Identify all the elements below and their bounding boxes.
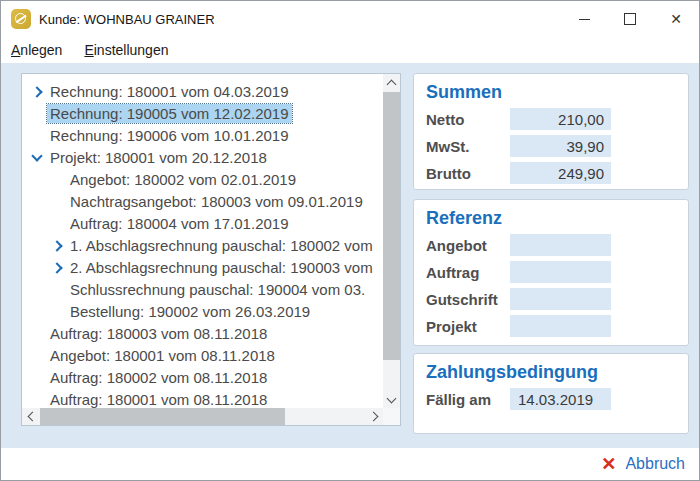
tree-item[interactable]: Bestellung: 190002 vom 26.03.2019 xyxy=(22,301,383,323)
close-button[interactable]: ✕ xyxy=(653,1,699,37)
tree-item[interactable]: Auftrag: 180004 vom 17.01.2019 xyxy=(22,213,383,235)
angebot-label: Angebot xyxy=(426,237,510,254)
auftrag-label: Auftrag xyxy=(426,264,510,281)
vertical-scrollbar-thumb[interactable] xyxy=(383,92,400,360)
summen-title: Summen xyxy=(426,82,688,103)
maximize-button[interactable] xyxy=(607,1,653,37)
chevron-down-icon[interactable] xyxy=(31,150,42,161)
faellig-am-label: Fällig am xyxy=(426,391,510,408)
zahlungsbedingung-title: Zahlungsbedingung xyxy=(426,362,688,383)
app-logo-icon xyxy=(11,9,31,29)
netto-label: Netto xyxy=(426,111,510,128)
auftrag-row: Auftrag xyxy=(426,261,676,283)
brutto-field: 249,90 xyxy=(510,162,611,184)
close-icon: ✕ xyxy=(670,12,682,26)
auftrag-field xyxy=(510,261,611,283)
summen-panel: Summen Netto 210,00 MwSt. 39,90 Brutto 2… xyxy=(413,73,689,190)
scroll-up-button[interactable] xyxy=(383,74,400,91)
tree-item[interactable]: Nachtragsangebot: 180003 vom 09.01.2019 xyxy=(22,191,383,213)
projekt-row: Projekt xyxy=(426,315,676,337)
tree-item[interactable]: Projekt: 180001 vom 20.12.2018 xyxy=(22,147,383,169)
tree-item[interactable]: Auftrag: 180001 vom 08.11.2018 xyxy=(22,389,383,408)
angebot-row: Angebot xyxy=(426,234,676,256)
window-title: Kunde: WOHNBAU GRAINER xyxy=(39,12,215,27)
abbruch-button[interactable]: ✕ Abbruch xyxy=(601,455,685,473)
netto-row: Netto 210,00 xyxy=(426,108,676,130)
arrow-up-icon xyxy=(387,79,397,89)
abbruch-label: Abbruch xyxy=(625,455,685,473)
mwst-label: MwSt. xyxy=(426,138,510,155)
tree-item[interactable]: Rechnung: 190006 vom 10.01.2019 xyxy=(22,125,383,147)
mwst-row: MwSt. 39,90 xyxy=(426,135,676,157)
title-bar: Kunde: WOHNBAU GRAINER ✕ xyxy=(1,1,699,37)
gutschrift-row: Gutschrift xyxy=(426,288,676,310)
netto-field: 210,00 xyxy=(510,108,611,130)
referenz-panel: Referenz Angebot Auftrag Gutschrift Proj… xyxy=(413,199,689,346)
tree-item-selected[interactable]: Rechnung: 190005 vom 12.02.2019 xyxy=(22,103,383,125)
kunde-dialog-window: { "window": { "title": "Kunde: WOHNBAU G… xyxy=(0,0,700,481)
gutschrift-field xyxy=(510,288,611,310)
maximize-icon xyxy=(624,13,636,25)
angebot-field xyxy=(510,234,611,256)
brutto-label: Brutto xyxy=(426,165,510,182)
zahlungsbedingung-panel: Zahlungsbedingung Fällig am 14.03.2019 xyxy=(413,353,689,434)
tree-item[interactable]: 1. Abschlagsrechnung pauschal: 180002 vo… xyxy=(22,235,383,257)
scroll-right-button[interactable] xyxy=(366,408,383,425)
arrow-right-icon xyxy=(368,412,378,422)
tree-item[interactable]: Schlussrechnung pauschal: 190004 vom 03. xyxy=(22,279,383,301)
footer-bar: ✕ Abbruch xyxy=(1,448,699,480)
brutto-row: Brutto 249,90 xyxy=(426,162,676,184)
projekt-field xyxy=(510,315,611,337)
cancel-x-icon: ✕ xyxy=(601,455,616,473)
arrow-left-icon xyxy=(27,412,37,422)
referenz-title: Referenz xyxy=(426,208,688,229)
scroll-left-button[interactable] xyxy=(22,408,39,425)
tree-item[interactable]: Angebot: 180002 vom 02.01.2019 xyxy=(22,169,383,191)
tree-item[interactable]: Rechnung: 180001 vom 04.03.2019 xyxy=(22,81,383,103)
menu-item-anlegen[interactable]: Anlegen xyxy=(11,42,62,58)
vertical-scrollbar[interactable] xyxy=(383,74,400,408)
tree-item[interactable]: Angebot: 180001 vom 08.11.2018 xyxy=(22,345,383,367)
window-controls: ✕ xyxy=(561,1,699,37)
menu-item-einstellungen[interactable]: Einstellungen xyxy=(84,42,168,58)
chevron-right-icon[interactable] xyxy=(51,262,62,273)
scroll-down-button[interactable] xyxy=(383,391,400,408)
mwst-field: 39,90 xyxy=(510,135,611,157)
horizontal-scrollbar[interactable] xyxy=(22,408,383,425)
tree-item[interactable]: Auftrag: 180003 vom 08.11.2018 xyxy=(22,323,383,345)
scrollbar-corner xyxy=(383,408,400,425)
arrow-down-icon xyxy=(387,393,397,403)
minimize-button[interactable] xyxy=(561,1,607,37)
tree-item[interactable]: Auftrag: 180002 vom 08.11.2018 xyxy=(22,367,383,389)
chevron-right-icon[interactable] xyxy=(31,86,42,97)
faellig-am-row: Fällig am 14.03.2019 xyxy=(426,388,676,410)
horizontal-scrollbar-thumb[interactable] xyxy=(40,408,285,425)
document-tree-panel: Rechnung: 180001 vom 04.03.2019 Rechnung… xyxy=(21,73,401,426)
tree-item[interactable]: 2. Abschlagsrechnung pauschal: 190003 vo… xyxy=(22,257,383,279)
menu-bar: Anlegen Einstellungen xyxy=(1,37,699,63)
minimize-icon xyxy=(579,19,590,20)
document-tree: Rechnung: 180001 vom 04.03.2019 Rechnung… xyxy=(22,74,383,408)
projekt-label: Projekt xyxy=(426,318,510,335)
faellig-am-field: 14.03.2019 xyxy=(510,388,611,410)
gutschrift-label: Gutschrift xyxy=(426,291,510,308)
chevron-right-icon[interactable] xyxy=(51,240,62,251)
